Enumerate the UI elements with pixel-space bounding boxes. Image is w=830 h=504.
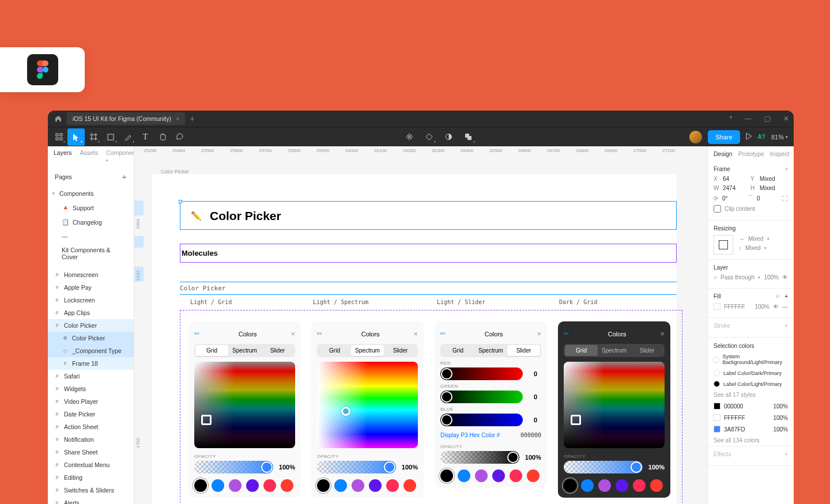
color-swatch[interactable] (246, 479, 259, 492)
page-divider[interactable]: --- (48, 229, 134, 243)
move-tool[interactable]: ▾ (67, 128, 85, 146)
close-icon[interactable]: × (413, 329, 418, 338)
see-all-styles-link[interactable]: See all 17 styles (714, 392, 756, 398)
canvas[interactable]: 2529825400255002560025700258002590026000… (134, 146, 707, 504)
see-all-colors-link[interactable]: See all 134 colors (714, 437, 760, 444)
eyedropper-icon[interactable]: ✏ (440, 330, 451, 338)
instance-tool[interactable]: ▾ (421, 128, 438, 146)
visibility-icon[interactable]: 👁 (782, 274, 788, 281)
comment-tool[interactable] (171, 128, 188, 146)
color-swatch[interactable] (352, 479, 364, 492)
expand-corners-icon[interactable]: ⛶ (782, 195, 788, 202)
picker-mode-segmented[interactable]: Grid Spectrum Slider (440, 344, 541, 357)
color-swatch[interactable] (581, 479, 594, 492)
a11y-button[interactable]: A? (758, 134, 765, 140)
new-tab-button[interactable]: + (190, 114, 194, 123)
layer-item[interactable]: ◇_Component Type (48, 344, 134, 357)
file-tab[interactable]: iOS 15 UI Kit for Figma (Community) × (67, 112, 185, 125)
layer-item[interactable]: #Contextual Menu (48, 458, 134, 471)
component-tool[interactable] (401, 128, 418, 146)
fill-swatch[interactable] (714, 303, 720, 310)
color-picker-dark-grid[interactable]: ✏ Colors × Grid Spectrum Slider (558, 321, 670, 498)
picker-mode-segmented[interactable]: Grid Spectrum Slider (194, 344, 295, 357)
prototype-tab[interactable]: Prototype (738, 150, 764, 157)
visibility-icon[interactable]: 👁 (773, 304, 779, 310)
share-button[interactable]: Share (708, 130, 740, 144)
color-swatch[interactable] (263, 479, 276, 492)
title-frame[interactable]: ✏️Color Picker (180, 201, 677, 230)
layer-item[interactable]: #Lockscreen (48, 294, 134, 306)
color-swatch[interactable] (369, 479, 382, 492)
layer-item[interactable]: #Alerts (48, 497, 134, 504)
hex-color-item[interactable]: 3A87FD100% (708, 423, 794, 435)
color-picker-light-spectrum[interactable]: ✏ Colors × Grid Spectrum Slider (311, 321, 424, 498)
chevron-down-icon[interactable]: ▾ (730, 115, 732, 123)
tab-close-icon[interactable]: × (176, 115, 179, 122)
color-picker-light-grid[interactable]: ✏ Colors × Grid Spectrum Slider (188, 321, 301, 498)
eyedropper-icon[interactable]: ✏ (564, 330, 574, 338)
color-grid[interactable] (564, 362, 665, 448)
layer-item[interactable]: #App Clips (48, 306, 134, 319)
page-components[interactable]: ▾Components (48, 187, 134, 200)
color-swatch[interactable] (598, 479, 611, 492)
zoom-level[interactable]: 81%▾ (771, 134, 791, 141)
selection-color-item[interactable]: System Background/Light/Primary (708, 351, 794, 367)
opacity-slider[interactable] (317, 461, 396, 473)
close-icon[interactable]: × (537, 329, 541, 338)
home-icon[interactable] (52, 113, 64, 124)
main-frame[interactable]: ✏️Color Picker Molecules Color Picker Li… (152, 174, 677, 504)
page-support[interactable]: 🔺Support (48, 200, 134, 215)
boolean-tool[interactable]: ▾ (460, 128, 477, 146)
add-effect-button[interactable]: + (784, 451, 788, 457)
page-kit-cover[interactable]: Kit Components & Cover (48, 243, 134, 264)
inspect-tab[interactable]: Inspect (770, 150, 790, 157)
layer-item[interactable]: #Date Picker (48, 408, 134, 420)
shape-tool[interactable]: ▾ (102, 128, 119, 146)
color-swatch[interactable] (650, 479, 663, 492)
close-icon[interactable]: × (660, 329, 665, 338)
color-swatch[interactable] (616, 479, 628, 492)
opacity-slider[interactable] (440, 451, 519, 464)
constraint-widget[interactable] (714, 235, 733, 255)
color-swatch[interactable] (281, 479, 293, 492)
layer-item[interactable]: #Safari (48, 370, 134, 382)
pen-tool[interactable]: ▾ (119, 128, 137, 146)
main-menu-button[interactable]: ▾ (50, 128, 67, 146)
opacity-slider[interactable] (564, 461, 643, 473)
add-stroke-button[interactable]: + (784, 323, 788, 329)
layer-item[interactable]: #Share Sheet (48, 446, 134, 458)
layer-item[interactable]: #Action Sheet (48, 420, 134, 433)
layer-item[interactable]: #Color Picker (48, 319, 134, 332)
user-avatar[interactable] (689, 131, 702, 143)
layer-item[interactable]: #Video Player (48, 395, 134, 408)
color-spectrum[interactable] (317, 362, 418, 448)
picker-mode-segmented[interactable]: Grid Spectrum Slider (564, 344, 665, 357)
color-swatch[interactable] (403, 479, 416, 492)
selection-color-item[interactable]: Label Color/Light/Primary (708, 378, 794, 389)
text-tool[interactable]: T (137, 128, 154, 146)
assets-tab[interactable]: Assets (80, 149, 99, 166)
layer-item[interactable]: #Editing (48, 471, 134, 484)
layer-item[interactable]: ❖Color Picker (48, 332, 134, 344)
p3-link[interactable]: Display P3 Hex Color # (440, 432, 500, 438)
opacity-slider[interactable] (194, 461, 273, 473)
selection-color-item[interactable]: Label Color/Dark/Primary (708, 367, 794, 378)
eyedropper-icon[interactable]: ✏ (317, 330, 327, 338)
design-tab[interactable]: Design (714, 150, 733, 157)
layer-item[interactable]: #Notification (48, 433, 134, 446)
remove-fill-button[interactable]: — (782, 304, 788, 310)
color-swatch[interactable] (386, 479, 399, 492)
mask-tool[interactable] (440, 128, 458, 146)
color-grid[interactable] (194, 362, 295, 448)
hex-color-item[interactable]: FFFFFF100% (708, 412, 794, 423)
maximize-icon[interactable]: ▢ (764, 115, 771, 123)
green-slider[interactable] (440, 391, 523, 403)
hand-tool[interactable] (154, 128, 171, 146)
color-swatch[interactable] (510, 469, 522, 482)
color-swatch[interactable] (527, 469, 540, 482)
color-swatch[interactable] (317, 479, 330, 492)
layer-item[interactable]: #Switches & Sliders (48, 484, 134, 497)
layers-tab[interactable]: Layers (54, 149, 72, 166)
blue-slider[interactable] (440, 414, 523, 426)
layer-item[interactable]: #Widgets (48, 382, 134, 395)
